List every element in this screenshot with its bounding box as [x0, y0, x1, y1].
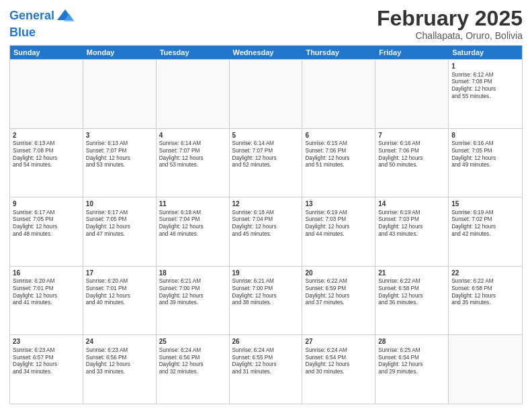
- day-info: Sunrise: 6:18 AM Sunset: 7:04 PM Dayligh…: [159, 210, 226, 238]
- day-info: Sunrise: 6:19 AM Sunset: 7:03 PM Dayligh…: [378, 210, 445, 238]
- calendar-cell: 18Sunrise: 6:21 AM Sunset: 7:00 PM Dayli…: [157, 267, 230, 335]
- day-info: Sunrise: 6:22 AM Sunset: 6:59 PM Dayligh…: [305, 278, 372, 307]
- day-number: 6: [305, 131, 372, 140]
- day-info: Sunrise: 6:17 AM Sunset: 7:05 PM Dayligh…: [13, 210, 80, 238]
- month-title: February 2025: [377, 7, 523, 30]
- calendar-cell: 6Sunrise: 6:15 AM Sunset: 7:06 PM Daylig…: [302, 129, 375, 197]
- day-number: 26: [232, 337, 300, 347]
- day-info: Sunrise: 6:23 AM Sunset: 6:57 PM Dayligh…: [13, 347, 80, 376]
- day-number: 4: [159, 131, 226, 140]
- calendar-cell: 28Sunrise: 6:25 AM Sunset: 6:54 PM Dayli…: [375, 335, 449, 404]
- calendar-header: Sunday Monday Tuesday Wednesday Thursday…: [10, 46, 522, 59]
- day-number: 28: [378, 337, 445, 347]
- day-number: 9: [13, 199, 80, 209]
- logo: General Blue: [9, 7, 75, 40]
- calendar-cell: 11Sunrise: 6:18 AM Sunset: 7:04 PM Dayli…: [157, 197, 230, 266]
- header-sunday: Sunday: [10, 46, 83, 59]
- calendar-cell: 5Sunrise: 6:14 AM Sunset: 7:07 PM Daylig…: [230, 129, 303, 197]
- day-info: Sunrise: 6:22 AM Sunset: 6:58 PM Dayligh…: [378, 278, 445, 307]
- day-number: 15: [451, 199, 519, 209]
- day-number: 13: [305, 199, 372, 209]
- calendar-body: 1Sunrise: 6:12 AM Sunset: 7:08 PM Daylig…: [10, 59, 522, 404]
- day-number: 7: [378, 131, 445, 140]
- day-info: Sunrise: 6:13 AM Sunset: 7:07 PM Dayligh…: [86, 140, 153, 169]
- day-number: 19: [232, 269, 300, 278]
- day-number: 12: [232, 199, 300, 209]
- calendar-cell: 8Sunrise: 6:16 AM Sunset: 7:05 PM Daylig…: [449, 129, 522, 197]
- calendar-cell: 13Sunrise: 6:19 AM Sunset: 7:03 PM Dayli…: [302, 197, 375, 266]
- day-number: 20: [305, 269, 372, 278]
- day-number: 8: [451, 131, 519, 140]
- header-monday: Monday: [83, 46, 157, 59]
- day-number: 18: [159, 269, 226, 278]
- day-info: Sunrise: 6:24 AM Sunset: 6:54 PM Dayligh…: [305, 347, 372, 376]
- calendar-row-1: 2Sunrise: 6:13 AM Sunset: 7:08 PM Daylig…: [10, 128, 522, 197]
- calendar-cell: 15Sunrise: 6:19 AM Sunset: 7:02 PM Dayli…: [449, 197, 522, 266]
- calendar-row-2: 9Sunrise: 6:17 AM Sunset: 7:05 PM Daylig…: [10, 197, 522, 266]
- day-info: Sunrise: 6:24 AM Sunset: 6:55 PM Dayligh…: [232, 347, 300, 376]
- calendar-cell: 20Sunrise: 6:22 AM Sunset: 6:59 PM Dayli…: [302, 267, 375, 335]
- day-info: Sunrise: 6:21 AM Sunset: 7:00 PM Dayligh…: [232, 278, 300, 307]
- day-info: Sunrise: 6:15 AM Sunset: 7:06 PM Dayligh…: [305, 140, 372, 169]
- calendar-cell: 10Sunrise: 6:17 AM Sunset: 7:05 PM Dayli…: [83, 197, 157, 266]
- day-info: Sunrise: 6:23 AM Sunset: 6:56 PM Dayligh…: [86, 347, 153, 376]
- calendar-cell: 3Sunrise: 6:13 AM Sunset: 7:07 PM Daylig…: [83, 129, 157, 197]
- day-number: 5: [232, 131, 300, 140]
- calendar-cell: 4Sunrise: 6:14 AM Sunset: 7:07 PM Daylig…: [157, 129, 230, 197]
- calendar-cell: 16Sunrise: 6:20 AM Sunset: 7:01 PM Dayli…: [10, 267, 83, 335]
- day-info: Sunrise: 6:20 AM Sunset: 7:01 PM Dayligh…: [13, 278, 80, 307]
- calendar-cell: 24Sunrise: 6:23 AM Sunset: 6:56 PM Dayli…: [83, 335, 157, 404]
- day-number: 2: [13, 131, 80, 140]
- calendar-cell: [230, 60, 303, 128]
- day-number: 22: [451, 269, 519, 278]
- day-info: Sunrise: 6:19 AM Sunset: 7:03 PM Dayligh…: [305, 210, 372, 238]
- day-info: Sunrise: 6:24 AM Sunset: 6:56 PM Dayligh…: [159, 347, 226, 376]
- calendar-cell: 7Sunrise: 6:16 AM Sunset: 7:06 PM Daylig…: [375, 129, 449, 197]
- calendar-cell: [10, 60, 83, 128]
- day-number: 23: [13, 337, 80, 347]
- calendar: Sunday Monday Tuesday Wednesday Thursday…: [9, 45, 523, 404]
- day-number: 1: [451, 62, 519, 71]
- calendar-cell: 1Sunrise: 6:12 AM Sunset: 7:08 PM Daylig…: [449, 60, 522, 128]
- calendar-cell: [375, 60, 449, 128]
- day-number: 3: [86, 131, 153, 140]
- header-tuesday: Tuesday: [157, 46, 230, 59]
- calendar-cell: 19Sunrise: 6:21 AM Sunset: 7:00 PM Dayli…: [230, 267, 303, 335]
- day-number: 21: [378, 269, 445, 278]
- day-number: 10: [86, 199, 153, 209]
- day-number: 24: [86, 337, 153, 347]
- day-number: 27: [305, 337, 372, 347]
- calendar-cell: 14Sunrise: 6:19 AM Sunset: 7:03 PM Dayli…: [375, 197, 449, 266]
- header-saturday: Saturday: [449, 46, 522, 59]
- day-info: Sunrise: 6:14 AM Sunset: 7:07 PM Dayligh…: [159, 140, 226, 169]
- title-block: February 2025 Challapata, Oruro, Bolivia: [377, 7, 523, 41]
- day-number: 16: [13, 269, 80, 278]
- day-info: Sunrise: 6:16 AM Sunset: 7:06 PM Dayligh…: [378, 140, 445, 169]
- calendar-cell: [83, 60, 157, 128]
- calendar-row-3: 16Sunrise: 6:20 AM Sunset: 7:01 PM Dayli…: [10, 266, 522, 335]
- calendar-cell: 23Sunrise: 6:23 AM Sunset: 6:57 PM Dayli…: [10, 335, 83, 404]
- logo-text: General: [9, 9, 54, 23]
- calendar-cell: [449, 335, 522, 404]
- calendar-cell: 26Sunrise: 6:24 AM Sunset: 6:55 PM Dayli…: [230, 335, 303, 404]
- header-wednesday: Wednesday: [230, 46, 303, 59]
- day-number: 11: [159, 199, 226, 209]
- location: Challapata, Oruro, Bolivia: [377, 30, 523, 41]
- header: General Blue February 2025 Challapata, O…: [9, 7, 523, 41]
- calendar-cell: 17Sunrise: 6:20 AM Sunset: 7:01 PM Dayli…: [83, 267, 157, 335]
- header-friday: Friday: [375, 46, 449, 59]
- page: General Blue February 2025 Challapata, O…: [0, 0, 532, 411]
- day-info: Sunrise: 6:13 AM Sunset: 7:08 PM Dayligh…: [13, 140, 80, 169]
- day-number: 17: [86, 269, 153, 278]
- day-info: Sunrise: 6:16 AM Sunset: 7:05 PM Dayligh…: [451, 140, 519, 169]
- calendar-row-4: 23Sunrise: 6:23 AM Sunset: 6:57 PM Dayli…: [10, 334, 522, 404]
- day-info: Sunrise: 6:14 AM Sunset: 7:07 PM Dayligh…: [232, 140, 300, 169]
- calendar-cell: 22Sunrise: 6:22 AM Sunset: 6:58 PM Dayli…: [449, 267, 522, 335]
- calendar-cell: 27Sunrise: 6:24 AM Sunset: 6:54 PM Dayli…: [302, 335, 375, 404]
- day-info: Sunrise: 6:25 AM Sunset: 6:54 PM Dayligh…: [378, 347, 445, 376]
- day-info: Sunrise: 6:17 AM Sunset: 7:05 PM Dayligh…: [86, 210, 153, 238]
- calendar-cell: 12Sunrise: 6:18 AM Sunset: 7:04 PM Dayli…: [230, 197, 303, 266]
- logo-icon: [56, 7, 75, 26]
- day-info: Sunrise: 6:18 AM Sunset: 7:04 PM Dayligh…: [232, 210, 300, 238]
- calendar-cell: 2Sunrise: 6:13 AM Sunset: 7:08 PM Daylig…: [10, 129, 83, 197]
